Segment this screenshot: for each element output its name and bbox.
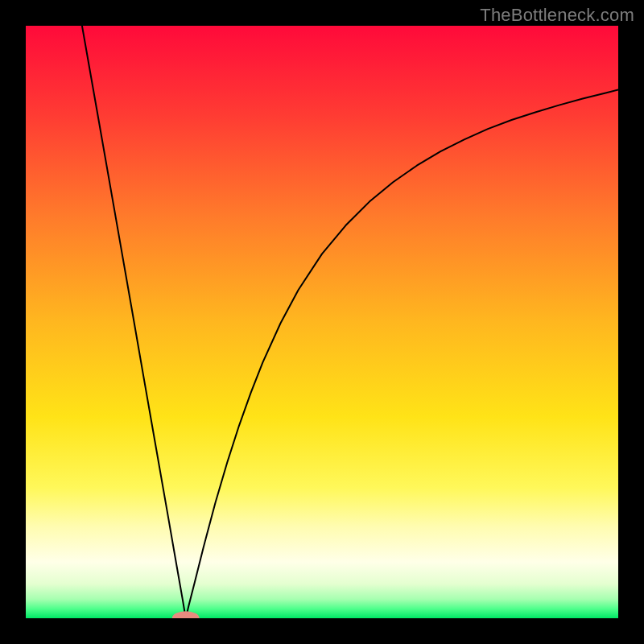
watermark-text: TheBottleneck.com <box>480 5 634 26</box>
chart-frame: TheBottleneck.com <box>0 0 644 644</box>
plot-area <box>26 26 618 618</box>
chart-svg <box>26 26 618 618</box>
